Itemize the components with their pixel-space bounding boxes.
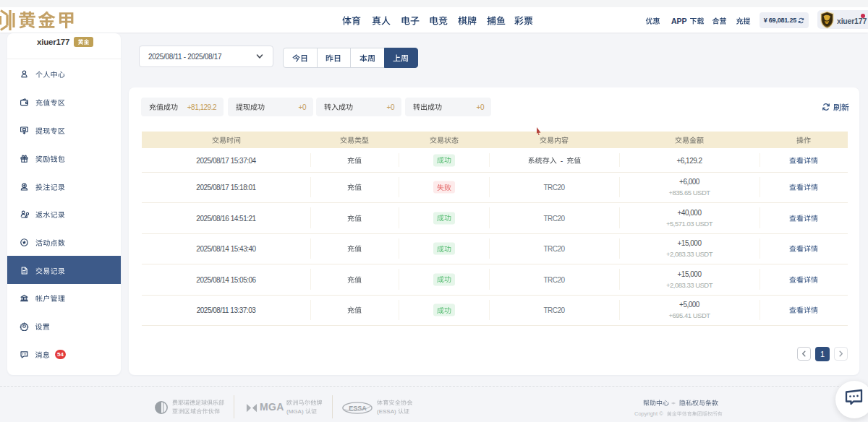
svg-text:ESSA: ESSA [349,405,367,412]
